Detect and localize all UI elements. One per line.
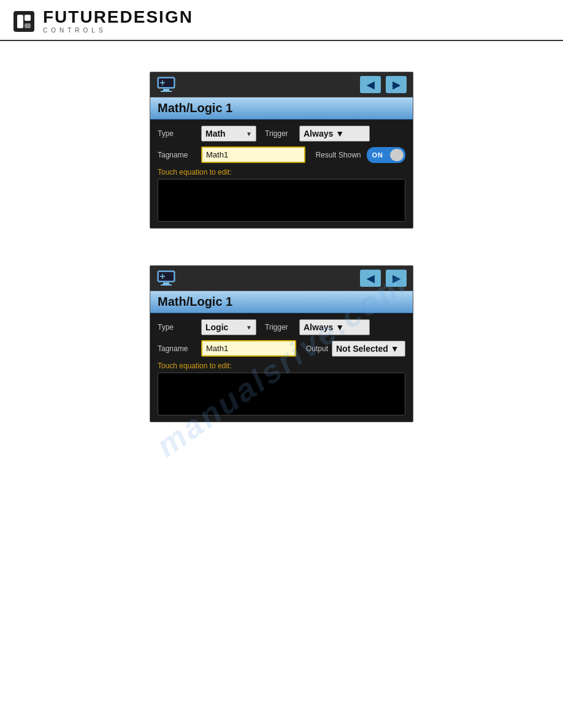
main-content: ◀ ▶ Math/Logic 1 Type Math ▼ Trigger Alw… bbox=[0, 41, 563, 422]
panel1-forward-button[interactable]: ▶ bbox=[386, 76, 407, 93]
svg-rect-6 bbox=[161, 91, 172, 92]
panel1-row2: Tagname Result Shown ON bbox=[158, 146, 405, 163]
panel2-row1: Type Logic ▼ Trigger Always ▼ bbox=[158, 319, 405, 335]
panel2-equation-box[interactable] bbox=[158, 373, 405, 415]
panel1-tagname-label: Tagname bbox=[158, 151, 197, 159]
logo-icon bbox=[12, 10, 36, 33]
panel2-type-arrow: ▼ bbox=[246, 324, 252, 331]
panel1-result-toggle[interactable]: ON bbox=[367, 147, 405, 163]
panel2-trigger-value: Always bbox=[304, 322, 333, 332]
panel2: ◀ ▶ Math/Logic 1 Type Logic ▼ Trigger Al… bbox=[150, 265, 413, 422]
panel2-titlebar: Math/Logic 1 bbox=[150, 291, 413, 313]
panel2-row2: Tagname Output Not Selected ▼ bbox=[158, 340, 405, 357]
panel2-trigger-arrow: ▼ bbox=[335, 322, 344, 332]
panel1-tagname-input[interactable] bbox=[201, 146, 305, 163]
panel1-titlebar: Math/Logic 1 bbox=[150, 97, 413, 119]
svg-rect-3 bbox=[25, 23, 31, 28]
panel1-title: Math/Logic 1 bbox=[158, 101, 232, 115]
panel2-output-arrow: ▼ bbox=[391, 344, 399, 354]
logo-main: FUTUREDESIGN bbox=[43, 9, 193, 26]
svg-rect-12 bbox=[161, 284, 172, 286]
panel1-trigger-arrow: ▼ bbox=[335, 129, 344, 138]
panel2-type-select[interactable]: Logic ▼ bbox=[201, 319, 256, 335]
svg-rect-0 bbox=[13, 11, 34, 32]
panel2-tagname-input[interactable] bbox=[201, 340, 296, 357]
panel1-back-button[interactable]: ◀ bbox=[360, 76, 381, 93]
panel2-output-value: Not Selected bbox=[336, 344, 388, 354]
logo-text: FUTUREDESIGN CONTROLS bbox=[43, 9, 193, 34]
panel1-equation-hint: Touch equation to edit: bbox=[158, 168, 405, 176]
panel1-trigger-label: Trigger bbox=[265, 129, 296, 138]
panel1-trigger-value: Always bbox=[304, 129, 333, 138]
svg-rect-2 bbox=[25, 15, 31, 21]
panel1-row1: Type Math ▼ Trigger Always ▼ bbox=[158, 126, 405, 142]
logo-sub: CONTROLS bbox=[43, 27, 193, 34]
panel2-type-label: Type bbox=[158, 323, 197, 332]
panel1-result-label: Result Shown bbox=[315, 151, 361, 159]
svg-rect-5 bbox=[163, 89, 169, 91]
panel1-type-select[interactable]: Math ▼ bbox=[201, 126, 256, 142]
panel2-type-value: Logic bbox=[205, 322, 228, 332]
panel2-title: Math/Logic 1 bbox=[158, 295, 232, 308]
svg-rect-11 bbox=[163, 282, 169, 284]
panel2-equation-hint: Touch equation to edit: bbox=[158, 362, 405, 370]
panel2-trigger-select[interactable]: Always ▼ bbox=[299, 319, 370, 335]
panel1-body: Type Math ▼ Trigger Always ▼ Tagname Res… bbox=[150, 119, 413, 228]
panel1-toggle-label: ON bbox=[372, 151, 383, 159]
panel1-type-value: Math bbox=[205, 129, 226, 138]
panel1-nav: ◀ ▶ bbox=[360, 76, 407, 93]
panel2-back-button[interactable]: ◀ bbox=[360, 270, 381, 287]
panel2-topbar: ◀ ▶ bbox=[150, 266, 413, 291]
panel2-trigger-label: Trigger bbox=[265, 323, 296, 332]
header: FUTUREDESIGN CONTROLS bbox=[0, 0, 563, 41]
panel1-trigger-select[interactable]: Always ▼ bbox=[299, 126, 370, 142]
panel1-type-label: Type bbox=[158, 129, 197, 138]
panel1-equation-box[interactable] bbox=[158, 179, 405, 222]
panel2-nav: ◀ ▶ bbox=[360, 270, 407, 287]
svg-rect-1 bbox=[17, 15, 23, 28]
panel2-output-select[interactable]: Not Selected ▼ bbox=[332, 341, 405, 357]
monitor-icon-2 bbox=[156, 270, 176, 287]
panel2-output-label: Output bbox=[306, 344, 328, 353]
panel1-topbar: ◀ ▶ bbox=[150, 72, 413, 97]
panel1: ◀ ▶ Math/Logic 1 Type Math ▼ Trigger Alw… bbox=[150, 72, 413, 229]
panel1-type-arrow: ▼ bbox=[246, 131, 252, 137]
monitor-icon-1 bbox=[156, 76, 176, 93]
panel2-body: Type Logic ▼ Trigger Always ▼ Tagname Ou… bbox=[150, 313, 413, 422]
panel2-forward-button[interactable]: ▶ bbox=[386, 270, 407, 287]
panel2-tagname-label: Tagname bbox=[158, 344, 197, 353]
panel1-toggle-knob bbox=[390, 149, 404, 161]
